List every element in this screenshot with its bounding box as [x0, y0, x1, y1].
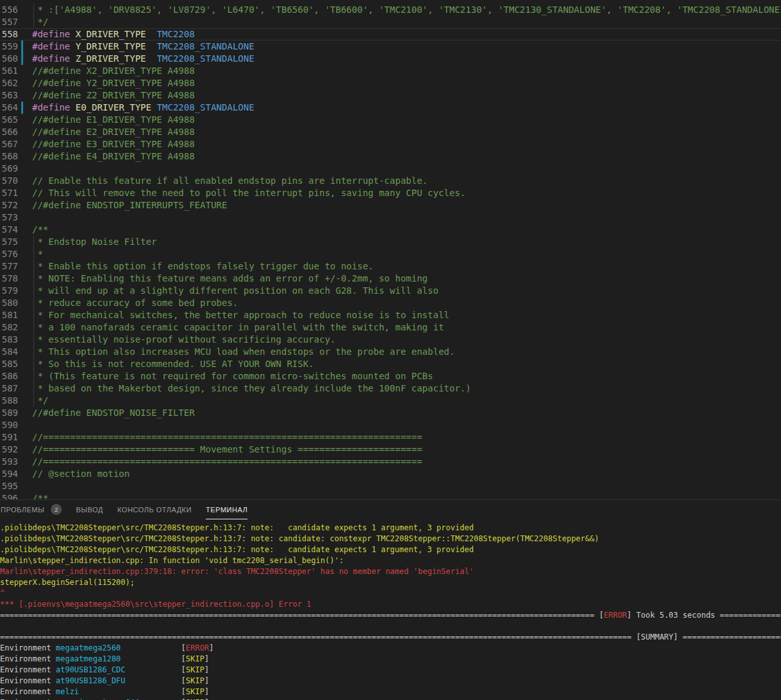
line-number: 575: [0, 236, 18, 248]
tab-problems-label: ПРОБЛЕМЫ: [1, 506, 44, 514]
code-line-text: * will end up at a slightly different po…: [32, 285, 438, 297]
code-line[interactable]: 589//#define ENDSTOP_NOISE_FILTER: [0, 407, 781, 419]
code-line[interactable]: 568//#define E4_DRIVER_TYPE A4988: [0, 150, 781, 163]
code-line[interactable]: 579 * will end up at a slightly differen…: [0, 285, 781, 297]
code-token: * based on the Makerbot design, since th…: [32, 383, 471, 393]
code-line[interactable]: 573: [0, 211, 781, 224]
tab-debug-console[interactable]: КОНСОЛЬ ОТЛАДКИ: [118, 500, 192, 519]
code-line[interactable]: 583 * essentially noise-proof without sa…: [0, 334, 781, 346]
code-line[interactable]: 563//#define Z2_DRIVER_TYPE A4988: [0, 89, 781, 102]
code-line[interactable]: 575 * Endstop Noise Filter: [0, 236, 781, 248]
code-line[interactable]: 574/**: [0, 224, 781, 236]
code-line[interactable]: 586 * (This feature is not required for …: [0, 370, 781, 382]
code-line[interactable]: 588 */: [0, 395, 781, 407]
tab-problems[interactable]: ПРОБЛЕМЫ2: [1, 500, 62, 519]
terminal-line: Environment at90USB1286_DFU [SKIP]: [0, 676, 781, 687]
terminal-text: SKIP: [186, 676, 204, 685]
code-token: [146, 41, 157, 51]
code-line[interactable]: 562//#define Y2_DRIVER_TYPE A4988: [0, 77, 781, 89]
tab-output[interactable]: ВЫВОД: [76, 500, 103, 519]
line-number: 587: [0, 382, 18, 395]
code-line[interactable]: 584 * This option also increases MCU loa…: [0, 346, 781, 358]
code-line[interactable]: 577 * Enable this option if endstops fal…: [0, 260, 781, 273]
code-line[interactable]: 570// Enable this feature if all enabled…: [0, 175, 781, 187]
tab-terminal[interactable]: ТЕРМИНАЛ: [206, 500, 247, 519]
code-line[interactable]: 561//#define X2_DRIVER_TYPE A4988: [0, 65, 781, 77]
code-line[interactable]: 560#define Z_DRIVER_TYPE TMC2208_STANDAL…: [0, 53, 781, 65]
modified-line-marker: [21, 468, 23, 480]
terminal-line: ^: [0, 588, 781, 599]
line-number: 558: [0, 28, 18, 40]
code-line[interactable]: 564#define E0_DRIVER_TYPE TMC2208_STANDA…: [0, 102, 781, 114]
indent-guide: [33, 236, 34, 407]
code-line-text: //#define Y2_DRIVER_TYPE A4988: [32, 77, 195, 89]
code-token: /**: [32, 493, 48, 499]
terminal-text: ========================================…: [0, 611, 604, 620]
code-line[interactable]: 590: [0, 419, 781, 431]
code-line[interactable]: 571// This will remove the need to poll …: [0, 187, 781, 199]
modified-line-marker: [21, 28, 23, 40]
code-line[interactable]: 576 *: [0, 248, 781, 260]
code-token: TMC2208_STANDALONE: [157, 53, 255, 64]
terminal-line: Environment megaatmega1280 [SKIP]: [0, 654, 781, 665]
code-line[interactable]: 566//#define E2_DRIVER_TYPE A4988: [0, 126, 781, 138]
code-token: //#define E3_DRIVER_TYPE A4988: [32, 139, 195, 149]
code-line[interactable]: 587 * based on the Makerbot design, sinc…: [0, 382, 781, 395]
code-line[interactable]: 567//#define E3_DRIVER_TYPE A4988: [0, 138, 781, 150]
code-token: //======================================…: [32, 456, 422, 467]
terminal-text: [: [125, 676, 186, 685]
code-line[interactable]: 565//#define E1_DRIVER_TYPE A4988: [0, 114, 781, 126]
terminal-text: ========================================…: [0, 633, 781, 642]
terminal-text: Marlin\stepper_indirection.cpp:379:18: e…: [0, 567, 474, 576]
modified-line-marker: [21, 334, 23, 346]
line-number: 589: [0, 407, 18, 419]
code-line[interactable]: 591//===================================…: [0, 431, 781, 444]
code-line[interactable]: 558#define X_DRIVER_TYPE TMC2208: [0, 28, 781, 40]
code-line[interactable]: 580 * reduce accuracy of some bed probes…: [0, 297, 781, 309]
code-token: #define: [32, 41, 70, 51]
code-token: // @section motion: [32, 469, 130, 479]
code-line[interactable]: 593//===================================…: [0, 456, 781, 468]
code-line[interactable]: 557 */: [0, 16, 781, 28]
code-line-text: * a 100 nanofarads ceramic capacitor in …: [32, 321, 444, 334]
code-line-text: //#define E3_DRIVER_TYPE A4988: [32, 138, 195, 150]
code-token: [146, 29, 157, 39]
modified-line-marker: [21, 321, 23, 334]
line-number: 557: [0, 16, 18, 28]
terminal-text: ] Took 5.03 seconds ====================…: [627, 611, 781, 620]
code-line[interactable]: 595: [0, 480, 781, 492]
code-line-text: /**: [32, 492, 48, 499]
line-number: 579: [0, 285, 18, 297]
code-token: * (This feature is not required for comm…: [32, 371, 433, 381]
code-line[interactable]: 592//============================ Moveme…: [0, 444, 781, 456]
code-line-text: * NOTE: Enabling this feature means adds…: [32, 273, 427, 285]
code-editor[interactable]: 556 * :['A4988', 'DRV8825', 'LV8729', 'L…: [0, 0, 781, 499]
code-line[interactable]: 582 * a 100 nanofarads ceramic capacitor…: [0, 321, 781, 334]
code-line-text: #define Z_DRIVER_TYPE TMC2208_STANDALONE: [32, 53, 255, 65]
modified-line-marker: [21, 248, 23, 260]
code-line[interactable]: 594// @section motion: [0, 468, 781, 480]
code-line[interactable]: 596/**: [0, 492, 781, 499]
terminal-line: Environment megaatmega2560 [ERROR]: [0, 643, 781, 654]
code-token: Y_DRIVER_TYPE: [75, 41, 146, 51]
code-line-text: //#define E1_DRIVER_TYPE A4988: [32, 114, 195, 126]
code-line[interactable]: 572//#define ENDSTOP_INTERRUPTS_FEATURE: [0, 199, 781, 211]
line-number: 583: [0, 334, 18, 346]
terminal-text: SKIP: [186, 665, 204, 674]
line-number: 574: [0, 224, 18, 236]
modified-line-marker: [21, 480, 23, 492]
code-token: //#define ENDSTOP_NOISE_FILTER: [32, 408, 195, 418]
code-token: * a 100 nanofarads ceramic capacitor in …: [32, 322, 444, 332]
code-line[interactable]: 585 * So this is not recommended. USE AT…: [0, 358, 781, 370]
code-line-text: #define X_DRIVER_TYPE TMC2208: [32, 28, 195, 40]
code-line[interactable]: 569: [0, 163, 781, 175]
code-line[interactable]: 556 * :['A4988', 'DRV8825', 'LV8729', 'L…: [0, 4, 781, 16]
code-line[interactable]: 581 * For mechanical switches, the bette…: [0, 309, 781, 321]
terminal-output[interactable]: .piolibdeps\TMC2208Stepper\src/TMC2208St…: [0, 519, 781, 700]
code-line[interactable]: 559#define Y_DRIVER_TYPE TMC2208_STANDAL…: [0, 40, 781, 53]
modified-line-marker: [21, 114, 23, 126]
code-line[interactable]: 578 * NOTE: Enabling this feature means …: [0, 273, 781, 285]
code-token: //#define Y2_DRIVER_TYPE A4988: [32, 78, 195, 88]
code-token: X_DRIVER_TYPE: [75, 29, 146, 39]
indent-guide: [33, 4, 34, 28]
